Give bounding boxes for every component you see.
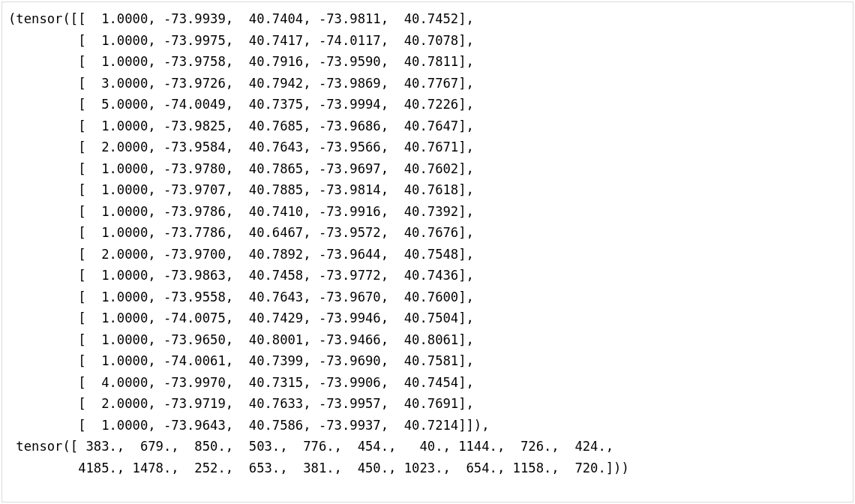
tensor-output-cell: (tensor([[ 1.0000, -73.9939, 40.7404, -7… (2, 2, 854, 502)
